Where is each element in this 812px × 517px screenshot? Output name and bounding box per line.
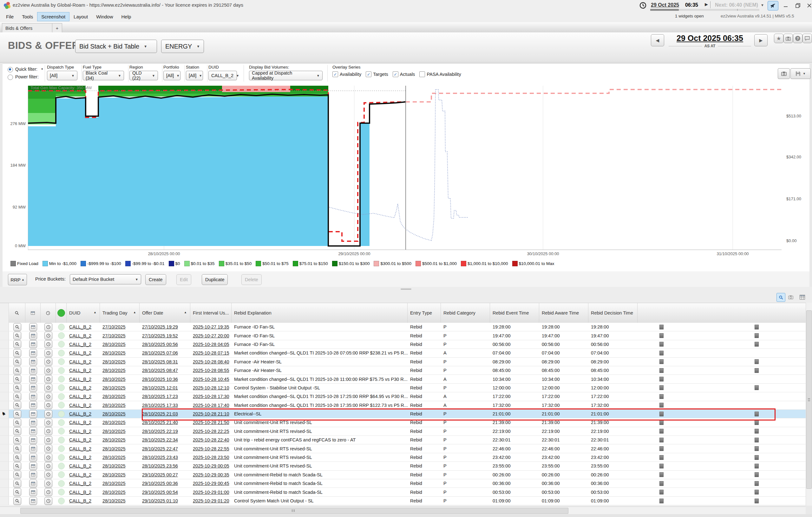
first-interval-link[interactable]: 2025-10-28 23:50	[190, 455, 232, 460]
menu-window[interactable]: Window	[92, 12, 117, 21]
dispatched-flag-icon[interactable]	[660, 403, 664, 408]
row-history-button[interactable]	[45, 427, 52, 435]
trading-day-link[interactable]: 28/10/2025	[100, 455, 140, 460]
row-history-button[interactable]	[45, 332, 52, 339]
row-search-button[interactable]	[13, 340, 21, 348]
row-history-button[interactable]	[45, 358, 52, 365]
row-bids-button[interactable]	[29, 454, 37, 461]
offer-date-link[interactable]: 28/10/2025 23:56	[140, 463, 190, 468]
row-search-button[interactable]	[13, 488, 21, 496]
row-history-button[interactable]	[45, 436, 52, 444]
column-header-offer-date[interactable]: Offer Date▲	[140, 303, 190, 323]
trading-day-link[interactable]: 28/10/2025	[100, 437, 140, 442]
duid-link[interactable]: CALL_B_2	[67, 437, 100, 442]
table-row[interactable]: CALL_B_228/10/202528/10/2025 22:342025-1…	[0, 436, 806, 444]
quick-filter-radio[interactable]	[8, 67, 13, 72]
snapshot-button[interactable]	[783, 34, 793, 43]
trading-day-link[interactable]: 28/10/2025	[100, 411, 140, 416]
column-header-first-interval-us-[interactable]: First Interval Us...	[190, 303, 232, 323]
export-button[interactable]: ▼	[790, 68, 811, 79]
dispatched-flag-icon[interactable]	[660, 455, 664, 460]
dispatched-flag-icon[interactable]	[660, 472, 664, 477]
table-row[interactable]: CALL_B_227/10/202527/10/2025 19:522025-1…	[0, 331, 806, 340]
offer-date-link[interactable]: 28/10/2025 17:23	[140, 394, 190, 399]
offer-date-link[interactable]: 28/10/2025 08:31	[140, 359, 190, 364]
row-bids-button[interactable]	[29, 480, 37, 488]
row-bids-button[interactable]	[29, 410, 37, 418]
row-bids-button[interactable]	[29, 401, 37, 409]
column-header-rebid-decision-time[interactable]: Rebid Decision Time	[588, 303, 638, 323]
duid-link[interactable]: CALL_B_2	[67, 472, 100, 477]
row-search-button[interactable]	[13, 454, 21, 461]
horizontal-scrollbar[interactable]	[0, 507, 806, 514]
offer-date-link[interactable]: 28/10/2025 07:06	[140, 350, 190, 355]
table-row[interactable]: CALL_B_228/10/202528/10/2025 23:432025-1…	[0, 453, 806, 462]
bid-stack-chart[interactable]: Total Gen Max Capacity: 350 MW276 MW184 …	[8, 84, 807, 260]
duid-link[interactable]: CALL_B_2	[67, 359, 100, 364]
table-row[interactable]: CALL_B_228/10/202529/10/2025 00:542025-1…	[0, 488, 806, 496]
price-bucket-select[interactable]: Default Price Bucket▼	[70, 274, 141, 284]
offer-date-link[interactable]: 28/10/2025 00:56	[140, 342, 190, 347]
offer-date-link[interactable]: 28/10/2025 21:40	[140, 420, 190, 425]
duid-link[interactable]: CALL_B_2	[67, 350, 100, 355]
filter-select-station[interactable]: [All]▼	[186, 71, 203, 80]
max-avail-flag-icon[interactable]	[755, 342, 759, 347]
max-avail-flag-icon[interactable]	[755, 368, 759, 373]
filter-select-portfolio[interactable]: [All]▼	[163, 71, 180, 80]
max-avail-flag-icon[interactable]	[755, 333, 759, 338]
table-row[interactable]: CALL_B_228/10/202528/10/2025 22:472025-1…	[0, 444, 806, 453]
column-header-rebid-category[interactable]: Rebid Category	[441, 303, 490, 323]
first-interval-link[interactable]: 2025-10-28 17:30	[190, 394, 232, 399]
offer-date-link[interactable]: 29/10/2025 01:10	[140, 498, 190, 504]
max-avail-flag-icon[interactable]	[755, 325, 759, 329]
trading-day-link[interactable]: 28/10/2025	[100, 350, 140, 355]
favourite-button[interactable]: ★	[774, 34, 783, 43]
trading-day-link[interactable]: 27/10/2025	[100, 324, 140, 329]
trading-day-link[interactable]: 28/10/2025	[100, 446, 140, 451]
row-search-button[interactable]	[13, 471, 21, 479]
as-at-datetime[interactable]: 29 Oct 2025 06:35	[668, 34, 752, 43]
max-avail-flag-icon[interactable]	[755, 481, 759, 486]
row-bids-button[interactable]	[29, 471, 37, 479]
table-row[interactable]: CALL_B_228/10/202528/10/2025 17:232025-1…	[0, 392, 806, 401]
trading-day-link[interactable]: 28/10/2025	[100, 359, 140, 364]
menu-help[interactable]: Help	[117, 12, 136, 21]
row-history-button[interactable]	[45, 366, 52, 375]
first-interval-link[interactable]: 2025-10-28 07:15	[190, 350, 232, 355]
trading-day-link[interactable]: 28/10/2025	[100, 377, 140, 382]
next-period-button[interactable]: ▶	[754, 34, 767, 46]
row-bids-button[interactable]	[29, 349, 37, 357]
filter-select-dispatch-type[interactable]: [All]▼	[47, 71, 78, 80]
row-search-button[interactable]	[13, 392, 21, 401]
duid-link[interactable]: CALL_B_2	[67, 324, 100, 329]
offer-date-link[interactable]: 27/10/2025 19:29	[140, 324, 190, 329]
trading-day-link[interactable]: 28/10/2025	[100, 403, 140, 408]
row-history-button[interactable]	[45, 392, 52, 401]
row-search-button[interactable]	[13, 436, 21, 444]
dispatched-flag-icon[interactable]	[660, 429, 664, 434]
row-search-button[interactable]	[13, 418, 21, 427]
first-interval-link[interactable]: 2025-10-29 01:00	[190, 490, 232, 495]
trading-day-link[interactable]: 28/10/2025	[100, 498, 140, 504]
max-avail-flag-icon[interactable]	[755, 446, 759, 451]
minimize-button[interactable]	[781, 1, 790, 9]
dispatched-flag-icon[interactable]	[660, 368, 664, 373]
filter-select-fuel-type[interactable]: Black Coal (34)▼	[83, 71, 124, 80]
row-history-button[interactable]	[45, 462, 52, 470]
row-search-button[interactable]	[13, 366, 21, 375]
offer-date-link[interactable]: 28/10/2025 22:19	[140, 429, 190, 434]
duid-link[interactable]: CALL_B_2	[67, 403, 100, 408]
column-header-duid[interactable]: DUID▲	[67, 303, 100, 323]
trading-day-link[interactable]: 28/10/2025	[100, 420, 140, 425]
dispatched-flag-icon[interactable]	[660, 412, 664, 416]
max-avail-flag-icon[interactable]	[755, 498, 759, 504]
duplicate-button[interactable]: Duplicate	[202, 274, 228, 285]
table-row[interactable]: CALL_B_228/10/202528/10/2025 22:192025-1…	[0, 427, 806, 436]
first-interval-link[interactable]: 2025-10-28 22:55	[190, 446, 232, 451]
trading-day-link[interactable]: 27/10/2025	[100, 333, 140, 338]
row-history-button[interactable]	[45, 349, 52, 357]
prev-period-button[interactable]: ◀	[651, 34, 664, 46]
offer-date-link[interactable]: 27/10/2025 19:52	[140, 333, 190, 338]
menu-tools[interactable]: Tools	[18, 12, 37, 21]
table-row[interactable]: CALL_B_228/10/202528/10/2025 07:062025-1…	[0, 349, 806, 357]
